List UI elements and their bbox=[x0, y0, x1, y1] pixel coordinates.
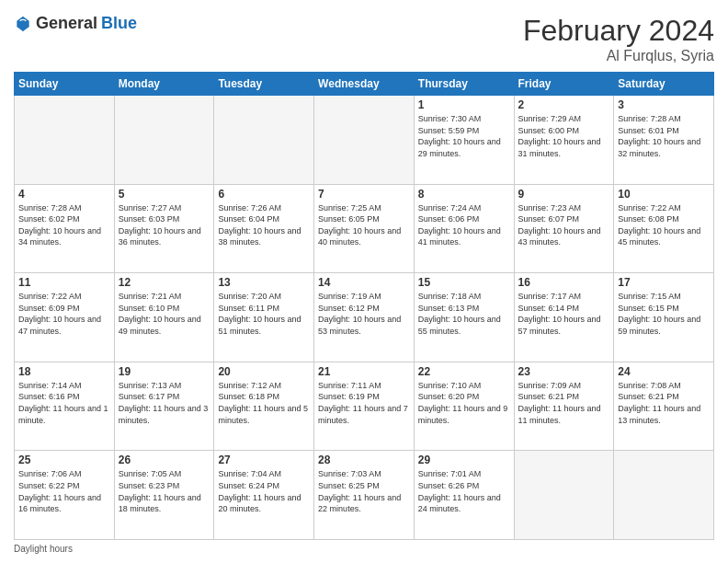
day-number: 27 bbox=[218, 454, 310, 466]
day-info: Sunrise: 7:26 AMSunset: 6:04 PMDaylight:… bbox=[218, 202, 310, 248]
day-info: Sunrise: 7:29 AMSunset: 6:00 PMDaylight:… bbox=[518, 113, 610, 159]
calendar-cell: 14Sunrise: 7:19 AMSunset: 6:12 PMDayligh… bbox=[314, 273, 415, 362]
day-info: Sunrise: 7:08 AMSunset: 6:21 PMDaylight:… bbox=[618, 380, 710, 426]
weekday-header-monday: Monday bbox=[114, 73, 214, 96]
day-number: 2 bbox=[518, 98, 610, 111]
day-info: Sunrise: 7:27 AMSunset: 6:03 PMDaylight:… bbox=[119, 202, 210, 248]
day-number: 6 bbox=[218, 188, 310, 201]
day-number: 1 bbox=[418, 98, 510, 111]
day-info: Sunrise: 7:23 AMSunset: 6:07 PMDaylight:… bbox=[518, 202, 610, 248]
day-number: 15 bbox=[418, 276, 510, 289]
week-row-3: 18Sunrise: 7:14 AMSunset: 6:16 PMDayligh… bbox=[15, 362, 714, 451]
calendar-cell: 23Sunrise: 7:09 AMSunset: 6:21 PMDayligh… bbox=[514, 362, 614, 451]
day-info: Sunrise: 7:05 AMSunset: 6:23 PMDaylight:… bbox=[119, 468, 210, 514]
calendar-cell: 25Sunrise: 7:06 AMSunset: 6:22 PMDayligh… bbox=[15, 451, 115, 540]
location-title: Al Furqlus, Syria bbox=[523, 48, 714, 64]
calendar-cell: 20Sunrise: 7:12 AMSunset: 6:18 PMDayligh… bbox=[214, 362, 314, 451]
day-info: Sunrise: 7:18 AMSunset: 6:13 PMDaylight:… bbox=[418, 291, 510, 337]
calendar-cell: 18Sunrise: 7:14 AMSunset: 6:16 PMDayligh… bbox=[15, 362, 115, 451]
day-number: 23 bbox=[518, 365, 610, 378]
day-info: Sunrise: 7:24 AMSunset: 6:06 PMDaylight:… bbox=[418, 202, 510, 248]
title-block: February 2024 Al Furqlus, Syria bbox=[523, 14, 714, 64]
calendar-cell: 16Sunrise: 7:17 AMSunset: 6:14 PMDayligh… bbox=[514, 273, 614, 362]
calendar-cell: 2Sunrise: 7:29 AMSunset: 6:00 PMDaylight… bbox=[514, 96, 614, 185]
calendar-cell: 17Sunrise: 7:15 AMSunset: 6:15 PMDayligh… bbox=[614, 273, 714, 362]
week-row-0: 1Sunrise: 7:30 AMSunset: 5:59 PMDaylight… bbox=[15, 96, 714, 185]
day-info: Sunrise: 7:15 AMSunset: 6:15 PMDaylight:… bbox=[618, 291, 710, 337]
calendar-cell: 26Sunrise: 7:05 AMSunset: 6:23 PMDayligh… bbox=[114, 451, 214, 540]
day-number: 9 bbox=[518, 188, 610, 201]
weekday-header-wednesday: Wednesday bbox=[314, 73, 415, 96]
calendar-cell: 22Sunrise: 7:10 AMSunset: 6:20 PMDayligh… bbox=[414, 362, 514, 451]
day-number: 24 bbox=[618, 365, 710, 378]
day-info: Sunrise: 7:22 AMSunset: 6:08 PMDaylight:… bbox=[618, 202, 710, 248]
day-info: Sunrise: 7:13 AMSunset: 6:17 PMDaylight:… bbox=[119, 380, 210, 426]
page: GeneralBlue February 2024 Al Furqlus, Sy… bbox=[0, 0, 728, 563]
weekday-header-saturday: Saturday bbox=[614, 73, 714, 96]
month-title: February 2024 bbox=[523, 14, 714, 48]
calendar-table: SundayMondayTuesdayWednesdayThursdayFrid… bbox=[14, 72, 714, 540]
day-info: Sunrise: 7:14 AMSunset: 6:16 PMDaylight:… bbox=[18, 380, 110, 426]
day-info: Sunrise: 7:20 AMSunset: 6:11 PMDaylight:… bbox=[218, 291, 310, 337]
day-number: 13 bbox=[218, 276, 310, 289]
day-number: 21 bbox=[318, 365, 410, 378]
day-info: Sunrise: 7:12 AMSunset: 6:18 PMDaylight:… bbox=[218, 380, 310, 426]
calendar-cell: 28Sunrise: 7:03 AMSunset: 6:25 PMDayligh… bbox=[314, 451, 415, 540]
day-info: Sunrise: 7:04 AMSunset: 6:24 PMDaylight:… bbox=[218, 468, 310, 514]
day-number: 26 bbox=[119, 454, 210, 466]
calendar-cell: 11Sunrise: 7:22 AMSunset: 6:09 PMDayligh… bbox=[15, 273, 115, 362]
day-number: 14 bbox=[318, 276, 410, 289]
calendar-cell: 7Sunrise: 7:25 AMSunset: 6:05 PMDaylight… bbox=[314, 184, 415, 273]
day-number: 20 bbox=[218, 365, 310, 378]
day-number: 4 bbox=[18, 188, 110, 201]
day-info: Sunrise: 7:06 AMSunset: 6:22 PMDaylight:… bbox=[18, 468, 110, 514]
calendar-cell: 6Sunrise: 7:26 AMSunset: 6:04 PMDaylight… bbox=[214, 184, 314, 273]
calendar-cell: 27Sunrise: 7:04 AMSunset: 6:24 PMDayligh… bbox=[214, 451, 314, 540]
calendar-cell bbox=[214, 96, 314, 185]
day-number: 16 bbox=[518, 276, 610, 289]
day-info: Sunrise: 7:01 AMSunset: 6:26 PMDaylight:… bbox=[418, 468, 510, 514]
calendar-cell: 12Sunrise: 7:21 AMSunset: 6:10 PMDayligh… bbox=[114, 273, 214, 362]
day-number: 12 bbox=[119, 276, 210, 289]
day-info: Sunrise: 7:28 AMSunset: 6:01 PMDaylight:… bbox=[618, 113, 710, 159]
day-info: Sunrise: 7:25 AMSunset: 6:05 PMDaylight:… bbox=[318, 202, 410, 248]
week-row-1: 4Sunrise: 7:28 AMSunset: 6:02 PMDaylight… bbox=[15, 184, 714, 273]
day-info: Sunrise: 7:19 AMSunset: 6:12 PMDaylight:… bbox=[318, 291, 410, 337]
weekday-header-friday: Friday bbox=[514, 73, 614, 96]
calendar-cell: 10Sunrise: 7:22 AMSunset: 6:08 PMDayligh… bbox=[614, 184, 714, 273]
calendar-cell bbox=[514, 451, 614, 540]
day-number: 19 bbox=[119, 365, 210, 378]
calendar-cell: 3Sunrise: 7:28 AMSunset: 6:01 PMDaylight… bbox=[614, 96, 714, 185]
calendar-cell: 21Sunrise: 7:11 AMSunset: 6:19 PMDayligh… bbox=[314, 362, 415, 451]
logo-general: General bbox=[36, 14, 97, 33]
day-number: 7 bbox=[318, 188, 410, 201]
weekday-header-thursday: Thursday bbox=[414, 73, 514, 96]
calendar-cell: 19Sunrise: 7:13 AMSunset: 6:17 PMDayligh… bbox=[114, 362, 214, 451]
day-number: 29 bbox=[418, 454, 510, 466]
calendar-cell bbox=[15, 96, 115, 185]
calendar-cell bbox=[314, 96, 415, 185]
day-info: Sunrise: 7:11 AMSunset: 6:19 PMDaylight:… bbox=[318, 380, 410, 426]
day-number: 5 bbox=[119, 188, 210, 201]
day-info: Sunrise: 7:03 AMSunset: 6:25 PMDaylight:… bbox=[318, 468, 410, 514]
day-number: 28 bbox=[318, 454, 410, 466]
day-number: 8 bbox=[418, 188, 510, 201]
weekday-header-sunday: Sunday bbox=[15, 73, 115, 96]
header: GeneralBlue February 2024 Al Furqlus, Sy… bbox=[14, 14, 714, 64]
calendar-cell: 29Sunrise: 7:01 AMSunset: 6:26 PMDayligh… bbox=[414, 451, 514, 540]
calendar-cell bbox=[114, 96, 214, 185]
calendar-cell: 1Sunrise: 7:30 AMSunset: 5:59 PMDaylight… bbox=[414, 96, 514, 185]
footer-note: Daylight hours bbox=[14, 544, 714, 554]
week-row-4: 25Sunrise: 7:06 AMSunset: 6:22 PMDayligh… bbox=[15, 451, 714, 540]
calendar-cell: 24Sunrise: 7:08 AMSunset: 6:21 PMDayligh… bbox=[614, 362, 714, 451]
logo: GeneralBlue bbox=[14, 14, 137, 33]
calendar-cell bbox=[614, 451, 714, 540]
day-number: 11 bbox=[18, 276, 110, 289]
day-number: 22 bbox=[418, 365, 510, 378]
day-info: Sunrise: 7:22 AMSunset: 6:09 PMDaylight:… bbox=[18, 291, 110, 337]
week-row-2: 11Sunrise: 7:22 AMSunset: 6:09 PMDayligh… bbox=[15, 273, 714, 362]
day-info: Sunrise: 7:28 AMSunset: 6:02 PMDaylight:… bbox=[18, 202, 110, 248]
calendar-cell: 8Sunrise: 7:24 AMSunset: 6:06 PMDaylight… bbox=[414, 184, 514, 273]
day-number: 18 bbox=[18, 365, 110, 378]
day-number: 25 bbox=[18, 454, 110, 466]
